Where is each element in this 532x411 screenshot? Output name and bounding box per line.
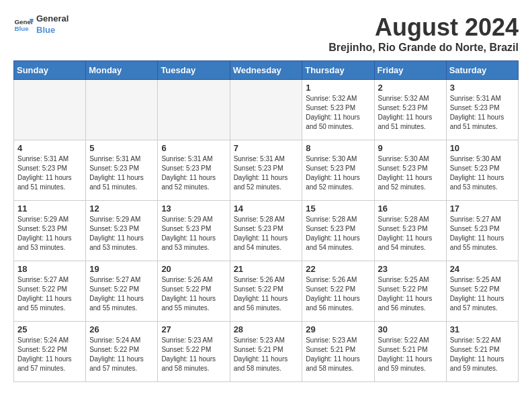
day-number: 25 [17,324,82,334]
day-info: Sunrise: 5:30 AM Sunset: 5:23 PM Dayligh… [306,154,370,192]
day-info: Sunrise: 5:31 AM Sunset: 5:23 PM Dayligh… [234,154,299,192]
day-number: 13 [161,203,226,214]
day-number: 20 [161,264,226,274]
weekday-header-row: SundayMondayTuesdayWednesdayThursdayFrid… [14,61,519,80]
week-row-5: 25Sunrise: 5:24 AM Sunset: 5:22 PM Dayli… [14,322,519,382]
calendar-cell [86,80,158,140]
calendar-cell: 9Sunrise: 5:30 AM Sunset: 5:23 PM Daylig… [374,140,446,201]
day-number: 31 [450,324,515,334]
weekday-header-thursday: Thursday [302,61,374,80]
calendar-cell: 5Sunrise: 5:31 AM Sunset: 5:23 PM Daylig… [86,140,158,201]
weekday-header-wednesday: Wednesday [230,61,302,80]
day-number: 15 [306,203,370,214]
day-number: 19 [89,264,154,274]
day-info: Sunrise: 5:27 AM Sunset: 5:22 PM Dayligh… [89,275,154,313]
day-number: 29 [306,324,370,334]
weekday-header-tuesday: Tuesday [158,61,230,80]
day-number: 24 [450,264,515,274]
day-info: Sunrise: 5:27 AM Sunset: 5:22 PM Dayligh… [17,275,82,313]
day-number: 26 [89,324,154,334]
day-info: Sunrise: 5:24 AM Sunset: 5:22 PM Dayligh… [17,336,82,373]
day-number: 17 [450,203,515,214]
calendar-cell [158,80,230,140]
calendar-subtitle: Brejinho, Rio Grande do Norte, Brazil [328,42,519,54]
day-number: 22 [306,264,370,274]
day-info: Sunrise: 5:24 AM Sunset: 5:22 PM Dayligh… [89,336,154,373]
calendar-cell: 10Sunrise: 5:30 AM Sunset: 5:23 PM Dayli… [446,140,518,201]
day-number: 10 [450,143,515,153]
day-number: 12 [89,203,154,214]
weekday-header-monday: Monday [86,61,158,80]
logo: General Blue General Blue [13,13,69,36]
logo-general: General [36,13,69,25]
calendar-cell: 18Sunrise: 5:27 AM Sunset: 5:22 PM Dayli… [14,261,86,322]
day-number: 27 [161,324,226,334]
day-number: 18 [17,264,82,274]
day-number: 16 [378,203,443,214]
week-row-3: 11Sunrise: 5:29 AM Sunset: 5:23 PM Dayli… [14,201,519,261]
day-info: Sunrise: 5:26 AM Sunset: 5:22 PM Dayligh… [161,275,226,313]
logo-icon: General Blue [13,15,34,35]
calendar-cell [230,80,302,140]
day-number: 11 [17,203,82,214]
day-info: Sunrise: 5:28 AM Sunset: 5:23 PM Dayligh… [234,215,299,253]
weekday-header-friday: Friday [374,61,446,80]
day-info: Sunrise: 5:26 AM Sunset: 5:22 PM Dayligh… [306,275,370,313]
logo-blue: Blue [36,25,69,36]
day-info: Sunrise: 5:31 AM Sunset: 5:23 PM Dayligh… [17,154,82,192]
day-info: Sunrise: 5:23 AM Sunset: 5:21 PM Dayligh… [306,336,370,373]
day-info: Sunrise: 5:32 AM Sunset: 5:23 PM Dayligh… [378,94,443,132]
day-number: 23 [378,264,443,274]
day-info: Sunrise: 5:29 AM Sunset: 5:23 PM Dayligh… [161,215,226,253]
day-number: 6 [161,143,226,153]
calendar-cell: 25Sunrise: 5:24 AM Sunset: 5:22 PM Dayli… [14,322,86,382]
calendar-cell: 1Sunrise: 5:32 AM Sunset: 5:23 PM Daylig… [302,80,374,140]
calendar-cell: 7Sunrise: 5:31 AM Sunset: 5:23 PM Daylig… [230,140,302,201]
calendar-cell: 24Sunrise: 5:25 AM Sunset: 5:22 PM Dayli… [446,261,518,322]
weekday-header-sunday: Sunday [14,61,86,80]
calendar-cell: 26Sunrise: 5:24 AM Sunset: 5:22 PM Dayli… [86,322,158,382]
calendar-cell: 11Sunrise: 5:29 AM Sunset: 5:23 PM Dayli… [14,201,86,261]
day-info: Sunrise: 5:32 AM Sunset: 5:23 PM Dayligh… [306,94,370,132]
calendar-cell: 6Sunrise: 5:31 AM Sunset: 5:23 PM Daylig… [158,140,230,201]
calendar-cell: 14Sunrise: 5:28 AM Sunset: 5:23 PM Dayli… [230,201,302,261]
calendar-cell: 13Sunrise: 5:29 AM Sunset: 5:23 PM Dayli… [158,201,230,261]
calendar-table: SundayMondayTuesdayWednesdayThursdayFrid… [13,60,519,382]
calendar-cell: 22Sunrise: 5:26 AM Sunset: 5:22 PM Dayli… [302,261,374,322]
day-number: 7 [234,143,299,153]
calendar-cell: 19Sunrise: 5:27 AM Sunset: 5:22 PM Dayli… [86,261,158,322]
day-info: Sunrise: 5:27 AM Sunset: 5:23 PM Dayligh… [450,215,515,253]
day-info: Sunrise: 5:29 AM Sunset: 5:23 PM Dayligh… [89,215,154,253]
day-info: Sunrise: 5:30 AM Sunset: 5:23 PM Dayligh… [450,154,515,192]
week-row-4: 18Sunrise: 5:27 AM Sunset: 5:22 PM Dayli… [14,261,519,322]
day-number: 21 [234,264,299,274]
calendar-cell: 15Sunrise: 5:28 AM Sunset: 5:23 PM Dayli… [302,201,374,261]
day-info: Sunrise: 5:25 AM Sunset: 5:22 PM Dayligh… [450,275,515,313]
day-number: 2 [378,83,443,93]
weekday-header-saturday: Saturday [446,61,518,80]
calendar-cell: 8Sunrise: 5:30 AM Sunset: 5:23 PM Daylig… [302,140,374,201]
day-info: Sunrise: 5:22 AM Sunset: 5:21 PM Dayligh… [450,336,515,373]
day-info: Sunrise: 5:31 AM Sunset: 5:23 PM Dayligh… [89,154,154,192]
calendar-cell: 16Sunrise: 5:28 AM Sunset: 5:23 PM Dayli… [374,201,446,261]
day-info: Sunrise: 5:22 AM Sunset: 5:21 PM Dayligh… [378,336,443,373]
day-info: Sunrise: 5:29 AM Sunset: 5:23 PM Dayligh… [17,215,82,253]
week-row-1: 1Sunrise: 5:32 AM Sunset: 5:23 PM Daylig… [14,80,519,140]
title-area: August 2024 Brejinho, Rio Grande do Nort… [328,13,519,54]
calendar-cell: 29Sunrise: 5:23 AM Sunset: 5:21 PM Dayli… [302,322,374,382]
day-info: Sunrise: 5:25 AM Sunset: 5:22 PM Dayligh… [378,275,443,313]
day-number: 9 [378,143,443,153]
header: General Blue General Blue August 2024 Br… [13,13,519,54]
day-info: Sunrise: 5:26 AM Sunset: 5:22 PM Dayligh… [234,275,299,313]
calendar-cell: 17Sunrise: 5:27 AM Sunset: 5:23 PM Dayli… [446,201,518,261]
day-number: 30 [378,324,443,334]
calendar-cell: 3Sunrise: 5:31 AM Sunset: 5:23 PM Daylig… [446,80,518,140]
calendar-cell: 4Sunrise: 5:31 AM Sunset: 5:23 PM Daylig… [14,140,86,201]
day-info: Sunrise: 5:23 AM Sunset: 5:22 PM Dayligh… [161,336,226,373]
day-number: 1 [306,83,370,93]
day-info: Sunrise: 5:30 AM Sunset: 5:23 PM Dayligh… [378,154,443,192]
calendar-cell: 30Sunrise: 5:22 AM Sunset: 5:21 PM Dayli… [374,322,446,382]
day-info: Sunrise: 5:31 AM Sunset: 5:23 PM Dayligh… [161,154,226,192]
day-number: 8 [306,143,370,153]
day-info: Sunrise: 5:23 AM Sunset: 5:21 PM Dayligh… [234,336,299,373]
